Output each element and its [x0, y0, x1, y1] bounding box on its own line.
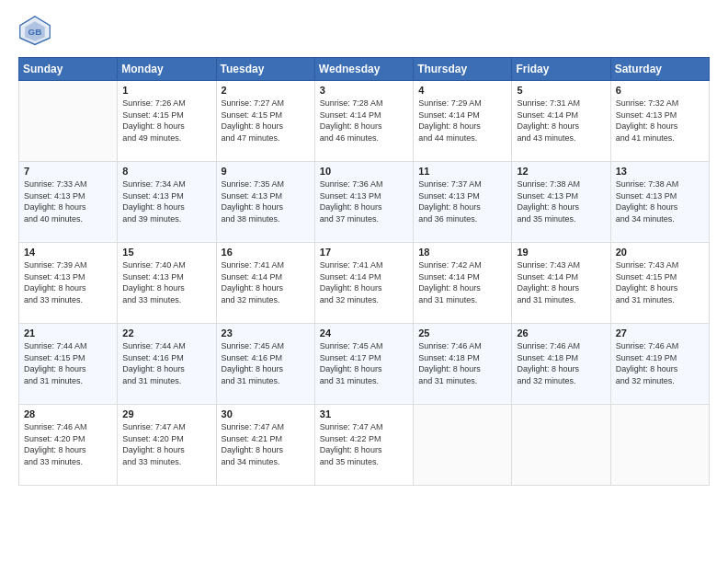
- day-info: Sunrise: 7:46 AM Sunset: 4:20 PM Dayligh…: [24, 421, 112, 467]
- calendar-cell: 22Sunrise: 7:44 AM Sunset: 4:16 PM Dayli…: [118, 324, 216, 405]
- logo: GB: [18, 15, 55, 48]
- day-info: Sunrise: 7:46 AM Sunset: 4:18 PM Dayligh…: [418, 340, 506, 386]
- calendar-cell: 28Sunrise: 7:46 AM Sunset: 4:20 PM Dayli…: [19, 405, 118, 486]
- day-info: Sunrise: 7:39 AM Sunset: 4:13 PM Dayligh…: [24, 259, 112, 305]
- week-row-1: 1Sunrise: 7:26 AM Sunset: 4:15 PM Daylig…: [19, 81, 710, 162]
- day-number: 22: [122, 327, 210, 339]
- day-info: Sunrise: 7:31 AM Sunset: 4:14 PM Dayligh…: [517, 98, 605, 144]
- day-number: 7: [24, 166, 112, 177]
- day-number: 20: [616, 247, 704, 258]
- day-info: Sunrise: 7:41 AM Sunset: 4:14 PM Dayligh…: [222, 259, 310, 305]
- day-number: 26: [517, 327, 605, 339]
- week-row-2: 7Sunrise: 7:33 AM Sunset: 4:13 PM Daylig…: [19, 162, 710, 243]
- calendar-cell: 19Sunrise: 7:43 AM Sunset: 4:14 PM Dayli…: [512, 243, 610, 324]
- calendar-cell: [610, 405, 709, 486]
- day-number: 27: [616, 327, 704, 339]
- day-header-friday: Friday: [512, 58, 610, 81]
- day-info: Sunrise: 7:47 AM Sunset: 4:21 PM Dayligh…: [222, 421, 310, 467]
- day-number: 17: [320, 247, 408, 258]
- day-header-tuesday: Tuesday: [216, 58, 314, 81]
- calendar-cell: 24Sunrise: 7:45 AM Sunset: 4:17 PM Dayli…: [314, 324, 413, 405]
- calendar-cell: 14Sunrise: 7:39 AM Sunset: 4:13 PM Dayli…: [19, 243, 118, 324]
- calendar-table: SundayMondayTuesdayWednesdayThursdayFrid…: [18, 57, 710, 486]
- day-info: Sunrise: 7:45 AM Sunset: 4:17 PM Dayligh…: [320, 340, 408, 386]
- calendar-cell: 7Sunrise: 7:33 AM Sunset: 4:13 PM Daylig…: [19, 162, 118, 243]
- day-number: 18: [418, 247, 506, 258]
- day-info: Sunrise: 7:46 AM Sunset: 4:19 PM Dayligh…: [616, 340, 704, 386]
- calendar-cell: 26Sunrise: 7:46 AM Sunset: 4:18 PM Dayli…: [512, 324, 610, 405]
- day-number: 12: [517, 166, 605, 177]
- day-number: 8: [122, 166, 210, 177]
- day-number: 13: [616, 166, 704, 177]
- day-info: Sunrise: 7:37 AM Sunset: 4:13 PM Dayligh…: [418, 178, 506, 224]
- calendar-cell: 3Sunrise: 7:28 AM Sunset: 4:14 PM Daylig…: [314, 81, 413, 162]
- day-info: Sunrise: 7:36 AM Sunset: 4:13 PM Dayligh…: [320, 178, 408, 224]
- day-info: Sunrise: 7:40 AM Sunset: 4:13 PM Dayligh…: [122, 259, 210, 305]
- day-number: 11: [418, 166, 506, 177]
- page: GB SundayMondayTuesdayWednesdayThursdayF…: [0, 0, 728, 563]
- day-info: Sunrise: 7:28 AM Sunset: 4:14 PM Dayligh…: [320, 98, 408, 144]
- calendar-cell: 17Sunrise: 7:41 AM Sunset: 4:14 PM Dayli…: [314, 243, 413, 324]
- day-number: 19: [517, 247, 605, 258]
- day-info: Sunrise: 7:44 AM Sunset: 4:15 PM Dayligh…: [24, 340, 112, 386]
- week-row-5: 28Sunrise: 7:46 AM Sunset: 4:20 PM Dayli…: [19, 405, 710, 486]
- day-header-saturday: Saturday: [610, 58, 709, 81]
- calendar-cell: [414, 405, 512, 486]
- day-info: Sunrise: 7:45 AM Sunset: 4:16 PM Dayligh…: [222, 340, 310, 386]
- calendar-cell: 1Sunrise: 7:26 AM Sunset: 4:15 PM Daylig…: [118, 81, 216, 162]
- calendar-cell: 4Sunrise: 7:29 AM Sunset: 4:14 PM Daylig…: [414, 81, 512, 162]
- day-header-wednesday: Wednesday: [314, 58, 413, 81]
- calendar-cell: 2Sunrise: 7:27 AM Sunset: 4:15 PM Daylig…: [216, 81, 314, 162]
- day-info: Sunrise: 7:27 AM Sunset: 4:15 PM Dayligh…: [222, 98, 310, 144]
- day-number: 25: [418, 327, 506, 339]
- day-info: Sunrise: 7:26 AM Sunset: 4:15 PM Dayligh…: [122, 98, 210, 144]
- day-number: 2: [222, 85, 310, 96]
- day-info: Sunrise: 7:43 AM Sunset: 4:15 PM Dayligh…: [616, 259, 704, 305]
- day-info: Sunrise: 7:34 AM Sunset: 4:13 PM Dayligh…: [122, 178, 210, 224]
- day-number: 3: [320, 85, 408, 96]
- calendar-cell: 8Sunrise: 7:34 AM Sunset: 4:13 PM Daylig…: [118, 162, 216, 243]
- calendar-cell: 25Sunrise: 7:46 AM Sunset: 4:18 PM Dayli…: [414, 324, 512, 405]
- calendar-cell: 12Sunrise: 7:38 AM Sunset: 4:13 PM Dayli…: [512, 162, 610, 243]
- day-info: Sunrise: 7:46 AM Sunset: 4:18 PM Dayligh…: [517, 340, 605, 386]
- day-info: Sunrise: 7:33 AM Sunset: 4:13 PM Dayligh…: [24, 178, 112, 224]
- day-info: Sunrise: 7:38 AM Sunset: 4:13 PM Dayligh…: [517, 178, 605, 224]
- svg-text:GB: GB: [28, 27, 42, 37]
- day-number: 29: [122, 408, 210, 419]
- calendar-cell: 5Sunrise: 7:31 AM Sunset: 4:14 PM Daylig…: [512, 81, 610, 162]
- day-info: Sunrise: 7:29 AM Sunset: 4:14 PM Dayligh…: [418, 98, 506, 144]
- week-row-3: 14Sunrise: 7:39 AM Sunset: 4:13 PM Dayli…: [19, 243, 710, 324]
- calendar-cell: 13Sunrise: 7:38 AM Sunset: 4:13 PM Dayli…: [610, 162, 709, 243]
- day-number: 4: [418, 85, 506, 96]
- calendar-cell: 30Sunrise: 7:47 AM Sunset: 4:21 PM Dayli…: [216, 405, 314, 486]
- day-number: 23: [222, 327, 310, 339]
- calendar-cell: 9Sunrise: 7:35 AM Sunset: 4:13 PM Daylig…: [216, 162, 314, 243]
- day-number: 6: [616, 85, 704, 96]
- calendar-cell: 21Sunrise: 7:44 AM Sunset: 4:15 PM Dayli…: [19, 324, 118, 405]
- calendar-cell: 29Sunrise: 7:47 AM Sunset: 4:20 PM Dayli…: [118, 405, 216, 486]
- week-row-4: 21Sunrise: 7:44 AM Sunset: 4:15 PM Dayli…: [19, 324, 710, 405]
- calendar-cell: 6Sunrise: 7:32 AM Sunset: 4:13 PM Daylig…: [610, 81, 709, 162]
- logo-icon: GB: [18, 15, 51, 48]
- day-info: Sunrise: 7:41 AM Sunset: 4:14 PM Dayligh…: [320, 259, 408, 305]
- day-info: Sunrise: 7:38 AM Sunset: 4:13 PM Dayligh…: [616, 178, 704, 224]
- day-info: Sunrise: 7:47 AM Sunset: 4:22 PM Dayligh…: [320, 421, 408, 467]
- calendar-cell: 15Sunrise: 7:40 AM Sunset: 4:13 PM Dayli…: [118, 243, 216, 324]
- calendar-cell: 11Sunrise: 7:37 AM Sunset: 4:13 PM Dayli…: [414, 162, 512, 243]
- day-number: 10: [320, 166, 408, 177]
- calendar-cell: 18Sunrise: 7:42 AM Sunset: 4:14 PM Dayli…: [414, 243, 512, 324]
- day-number: 16: [222, 247, 310, 258]
- day-number: 5: [517, 85, 605, 96]
- header: GB: [18, 15, 710, 48]
- day-number: 30: [222, 408, 310, 419]
- calendar-cell: [19, 81, 118, 162]
- day-info: Sunrise: 7:43 AM Sunset: 4:14 PM Dayligh…: [517, 259, 605, 305]
- calendar-cell: 23Sunrise: 7:45 AM Sunset: 4:16 PM Dayli…: [216, 324, 314, 405]
- calendar-cell: [512, 405, 610, 486]
- day-info: Sunrise: 7:35 AM Sunset: 4:13 PM Dayligh…: [222, 178, 310, 224]
- day-number: 21: [24, 327, 112, 339]
- calendar-cell: 27Sunrise: 7:46 AM Sunset: 4:19 PM Dayli…: [610, 324, 709, 405]
- calendar-cell: 10Sunrise: 7:36 AM Sunset: 4:13 PM Dayli…: [314, 162, 413, 243]
- day-number: 28: [24, 408, 112, 419]
- day-number: 31: [320, 408, 408, 419]
